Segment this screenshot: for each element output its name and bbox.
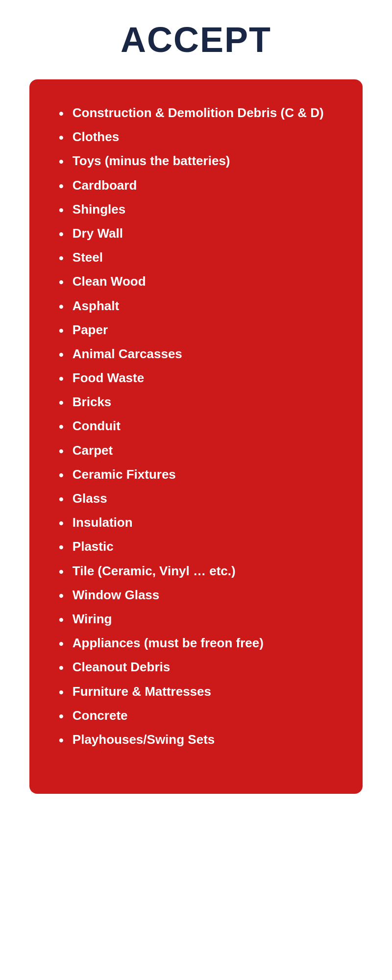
accept-list: Construction & Demolition Debris (C & D)… bbox=[59, 104, 333, 750]
list-item: Clean Wood bbox=[59, 272, 333, 292]
list-item: Playhouses/Swing Sets bbox=[59, 731, 333, 750]
list-item: Glass bbox=[59, 490, 333, 509]
page-title: ACCEPT bbox=[121, 20, 271, 60]
list-item: Food Waste bbox=[59, 369, 333, 388]
list-item: Shingles bbox=[59, 200, 333, 220]
accept-card: Construction & Demolition Debris (C & D)… bbox=[29, 79, 363, 794]
list-item: Furniture & Mattresses bbox=[59, 683, 333, 702]
list-item: Animal Carcasses bbox=[59, 345, 333, 364]
list-item: Ceramic Fixtures bbox=[59, 466, 333, 485]
list-item: Appliances (must be freon free) bbox=[59, 634, 333, 653]
list-item: Clothes bbox=[59, 128, 333, 147]
list-item: Paper bbox=[59, 321, 333, 340]
list-item: Wiring bbox=[59, 610, 333, 629]
list-item: Construction & Demolition Debris (C & D) bbox=[59, 104, 333, 123]
list-item: Insulation bbox=[59, 514, 333, 533]
list-item: Asphalt bbox=[59, 297, 333, 316]
list-item: Bricks bbox=[59, 393, 333, 412]
list-item: Conduit bbox=[59, 417, 333, 436]
list-item: Carpet bbox=[59, 441, 333, 461]
list-item: Cleanout Debris bbox=[59, 658, 333, 677]
list-item: Toys (minus the batteries) bbox=[59, 152, 333, 171]
list-item: Cardboard bbox=[59, 176, 333, 196]
list-item: Steel bbox=[59, 248, 333, 268]
list-item: Dry Wall bbox=[59, 224, 333, 244]
list-item: Concrete bbox=[59, 707, 333, 726]
list-item: Tile (Ceramic, Vinyl … etc.) bbox=[59, 562, 333, 581]
list-item: Window Glass bbox=[59, 586, 333, 605]
list-item: Plastic bbox=[59, 538, 333, 557]
